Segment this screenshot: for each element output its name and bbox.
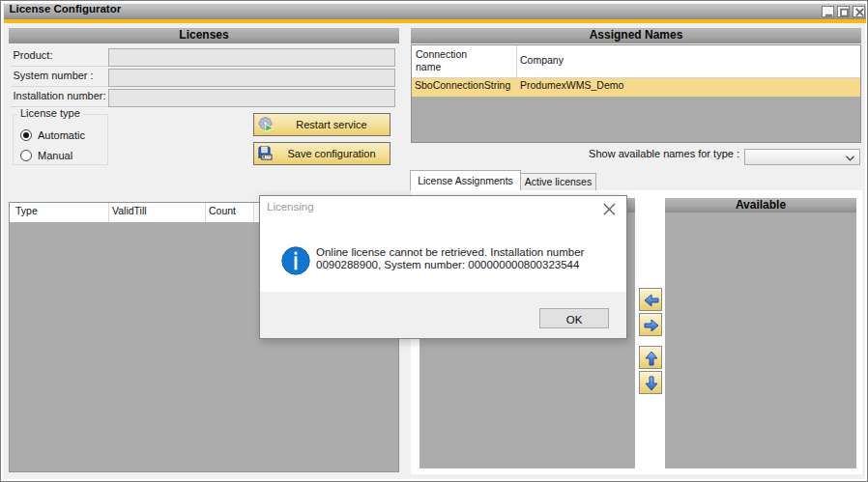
move-down-button[interactable] [639, 371, 662, 394]
gear-run-icon [258, 117, 274, 132]
product-label: Product: [14, 49, 53, 61]
radio-automatic-label: Automatic [38, 129, 85, 141]
assigned-names-table-header: Connection name Company [412, 45, 860, 78]
tab-active-licenses[interactable]: Active licenses [520, 173, 596, 190]
dialog-title: Licensing [267, 201, 314, 213]
field-divider [11, 66, 108, 67]
arrow-down-icon [643, 375, 660, 392]
col-connection-name[interactable]: Connection name [416, 48, 476, 73]
col-company[interactable]: Company [520, 54, 564, 66]
available-list-header: Available [665, 198, 856, 213]
restart-service-button[interactable]: Restart service [253, 113, 391, 136]
minimize-button[interactable] [822, 6, 834, 17]
ok-button[interactable]: OK [539, 308, 609, 328]
system-number-label: System number : [14, 70, 94, 81]
arrow-right-icon [643, 317, 660, 334]
column-separator [205, 203, 206, 222]
col-validtill[interactable]: ValidTill [112, 205, 147, 216]
assigned-names-panel-header: Assigned Names [411, 28, 861, 43]
cell-connection-name: SboConnectionString [415, 79, 510, 91]
column-separator [108, 203, 109, 222]
restart-service-label: Restart service [274, 114, 390, 135]
product-input[interactable] [108, 48, 395, 67]
installation-number-label: Installation number: [14, 90, 106, 101]
cell-company: ProdumexWMS_Demo [520, 79, 623, 91]
assigned-names-row-selected[interactable]: SboConnectionString ProdumexWMS_Demo [412, 78, 860, 97]
maximize-icon [839, 8, 850, 17]
licensing-dialog: Licensing Online license cannot be retri… [259, 195, 627, 339]
maximize-button[interactable] [837, 6, 850, 17]
license-type-groupbox: License type Automatic Manual [13, 114, 108, 165]
accent-bar [4, 19, 866, 23]
system-number-input[interactable] [108, 69, 395, 87]
title-bar[interactable]: License Configurator [4, 4, 866, 19]
licenses-panel-header: Licenses [9, 28, 399, 43]
arrow-up-icon [643, 350, 660, 367]
installation-number-input[interactable] [108, 89, 395, 107]
field-divider [11, 86, 108, 87]
show-available-names-label: Show available names for type : [589, 148, 739, 159]
move-left-button[interactable] [639, 288, 662, 311]
column-separator [253, 203, 254, 222]
radio-automatic-circle[interactable] [20, 129, 32, 141]
close-icon [854, 8, 865, 17]
move-right-button[interactable] [639, 313, 662, 336]
save-icon [258, 146, 274, 161]
tab-license-assignments[interactable]: License Assignments [410, 170, 521, 190]
dialog-footer: OK [260, 292, 626, 338]
chevron-down-icon [846, 156, 854, 161]
window-title: License Configurator [10, 3, 122, 14]
radio-selected-dot [23, 132, 29, 138]
radio-manual-label: Manual [38, 150, 72, 161]
license-configurator-window: License Configurator Licenses Product: S… [0, 0, 868, 482]
minimize-icon [824, 8, 834, 17]
move-up-button[interactable] [639, 346, 662, 369]
radio-manual-circle[interactable] [20, 150, 32, 161]
col-count[interactable]: Count [209, 205, 236, 216]
close-button[interactable] [853, 6, 865, 17]
save-configuration-label: Save configuration [274, 143, 390, 164]
name-type-combobox[interactable] [744, 149, 860, 165]
arrow-left-icon [643, 292, 660, 309]
save-configuration-button[interactable]: Save configuration [253, 142, 391, 165]
dialog-message: Online license cannot be retrieved. Inst… [316, 246, 591, 271]
license-type-label: License type [17, 107, 83, 119]
available-licenses-list[interactable]: Available [665, 198, 856, 468]
dialog-close-icon[interactable] [603, 203, 616, 215]
col-type[interactable]: Type [15, 205, 38, 216]
info-icon [281, 246, 310, 275]
assigned-names-table[interactable]: Connection name Company SboConnectionStr… [411, 44, 861, 143]
